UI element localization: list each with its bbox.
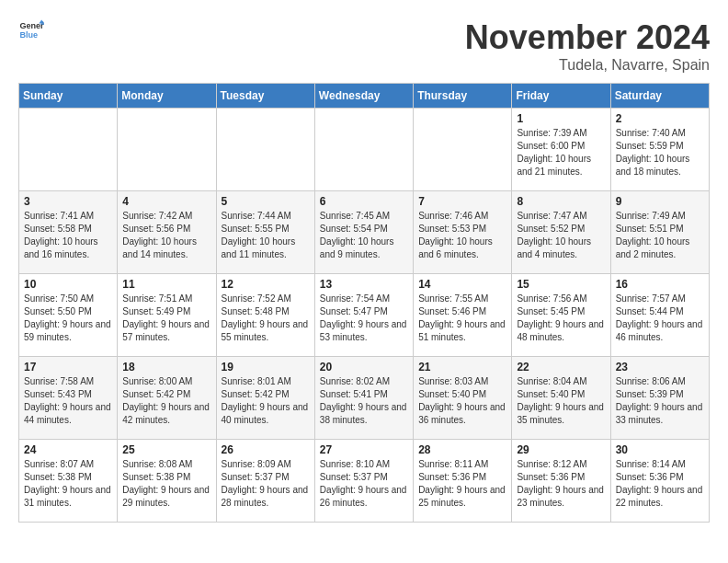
calendar-cell: 18Sunrise: 8:00 AM Sunset: 5:42 PM Dayli… (118, 357, 216, 440)
day-info: Sunrise: 8:01 AM Sunset: 5:42 PM Dayligh… (222, 375, 310, 427)
day-info: Sunrise: 8:08 AM Sunset: 5:38 PM Dayligh… (122, 458, 210, 510)
day-info: Sunrise: 7:39 AM Sunset: 6:00 PM Dayligh… (517, 127, 605, 178)
calendar-cell: 26Sunrise: 8:09 AM Sunset: 5:37 PM Dayli… (216, 440, 314, 523)
day-info: Sunrise: 7:47 AM Sunset: 5:52 PM Dayligh… (517, 210, 605, 261)
day-info: Sunrise: 7:57 AM Sunset: 5:44 PM Dayligh… (616, 293, 704, 344)
calendar-cell: 23Sunrise: 8:06 AM Sunset: 5:39 PM Dayli… (610, 357, 709, 440)
day-number: 4 (122, 195, 210, 208)
calendar-cell: 24Sunrise: 8:07 AM Sunset: 5:38 PM Dayli… (19, 440, 118, 523)
calendar-cell: 1Sunrise: 7:39 AM Sunset: 6:00 PM Daylig… (512, 109, 610, 191)
calendar-cell: 14Sunrise: 7:55 AM Sunset: 5:46 PM Dayli… (414, 274, 512, 357)
day-info: Sunrise: 7:58 AM Sunset: 5:43 PM Dayligh… (24, 375, 112, 427)
day-number: 13 (320, 278, 408, 291)
calendar-cell: 22Sunrise: 8:04 AM Sunset: 5:40 PM Dayli… (512, 357, 610, 440)
day-number: 12 (222, 278, 310, 291)
day-info: Sunrise: 7:44 AM Sunset: 5:55 PM Dayligh… (222, 210, 310, 261)
weekday-header-friday: Friday (512, 84, 610, 109)
day-number: 16 (616, 278, 704, 291)
weekday-header-monday: Monday (118, 84, 216, 109)
day-number: 5 (222, 195, 310, 208)
weekday-header-tuesday: Tuesday (216, 84, 314, 109)
day-number: 2 (616, 112, 704, 125)
day-info: Sunrise: 8:14 AM Sunset: 5:36 PM Dayligh… (616, 458, 704, 510)
day-info: Sunrise: 7:56 AM Sunset: 5:45 PM Dayligh… (517, 293, 605, 344)
day-number: 29 (517, 443, 605, 456)
day-info: Sunrise: 7:41 AM Sunset: 5:58 PM Dayligh… (24, 210, 112, 261)
day-number: 23 (616, 361, 704, 373)
day-info: Sunrise: 7:52 AM Sunset: 5:48 PM Dayligh… (222, 293, 310, 344)
calendar-cell: 20Sunrise: 8:02 AM Sunset: 5:41 PM Dayli… (314, 357, 413, 440)
day-number: 25 (122, 443, 210, 456)
weekday-header-sunday: Sunday (19, 84, 118, 109)
day-info: Sunrise: 8:12 AM Sunset: 5:36 PM Dayligh… (517, 458, 605, 510)
calendar-cell: 29Sunrise: 8:12 AM Sunset: 5:36 PM Dayli… (512, 440, 610, 523)
weekday-header-thursday: Thursday (414, 84, 512, 109)
day-info: Sunrise: 8:06 AM Sunset: 5:39 PM Dayligh… (616, 375, 704, 427)
calendar-cell: 11Sunrise: 7:51 AM Sunset: 5:49 PM Dayli… (118, 274, 216, 357)
calendar-cell (118, 109, 216, 191)
week-row-1: 1Sunrise: 7:39 AM Sunset: 6:00 PM Daylig… (19, 109, 710, 191)
calendar-cell: 16Sunrise: 7:57 AM Sunset: 5:44 PM Dayli… (610, 274, 709, 357)
weekday-header-wednesday: Wednesday (314, 84, 413, 109)
day-number: 19 (222, 361, 310, 373)
svg-text:Blue: Blue (19, 30, 38, 40)
weekday-header-saturday: Saturday (610, 84, 709, 109)
day-number: 10 (24, 278, 112, 291)
day-number: 8 (517, 195, 605, 208)
calendar-cell: 19Sunrise: 8:01 AM Sunset: 5:42 PM Dayli… (216, 357, 314, 440)
calendar-cell: 28Sunrise: 8:11 AM Sunset: 5:36 PM Dayli… (414, 440, 512, 523)
day-info: Sunrise: 7:42 AM Sunset: 5:56 PM Dayligh… (122, 210, 210, 261)
logo: General Blue (18, 18, 44, 44)
calendar-cell: 2Sunrise: 7:40 AM Sunset: 5:59 PM Daylig… (610, 109, 709, 191)
day-number: 27 (320, 443, 408, 456)
calendar-cell (314, 109, 413, 191)
day-info: Sunrise: 7:45 AM Sunset: 5:54 PM Dayligh… (320, 210, 408, 261)
day-info: Sunrise: 8:03 AM Sunset: 5:40 PM Dayligh… (418, 375, 506, 427)
weekday-header-row: SundayMondayTuesdayWednesdayThursdayFrid… (19, 84, 710, 109)
day-info: Sunrise: 7:40 AM Sunset: 5:59 PM Dayligh… (616, 127, 704, 178)
day-number: 14 (418, 278, 506, 291)
day-number: 17 (24, 361, 112, 373)
calendar-cell (216, 109, 314, 191)
calendar-cell: 21Sunrise: 8:03 AM Sunset: 5:40 PM Dayli… (414, 357, 512, 440)
week-row-5: 24Sunrise: 8:07 AM Sunset: 5:38 PM Dayli… (19, 440, 710, 523)
calendar-cell: 27Sunrise: 8:10 AM Sunset: 5:37 PM Dayli… (314, 440, 413, 523)
day-info: Sunrise: 8:11 AM Sunset: 5:36 PM Dayligh… (418, 458, 506, 510)
calendar-cell: 12Sunrise: 7:52 AM Sunset: 5:48 PM Dayli… (216, 274, 314, 357)
day-number: 3 (24, 195, 112, 208)
calendar-cell: 7Sunrise: 7:46 AM Sunset: 5:53 PM Daylig… (414, 191, 512, 274)
day-info: Sunrise: 8:02 AM Sunset: 5:41 PM Dayligh… (320, 375, 408, 427)
calendar-cell (414, 109, 512, 191)
day-info: Sunrise: 7:54 AM Sunset: 5:47 PM Dayligh… (320, 293, 408, 344)
calendar-table: SundayMondayTuesdayWednesdayThursdayFrid… (18, 83, 710, 523)
calendar-cell: 25Sunrise: 8:08 AM Sunset: 5:38 PM Dayli… (118, 440, 216, 523)
day-info: Sunrise: 8:10 AM Sunset: 5:37 PM Dayligh… (320, 458, 408, 510)
week-row-2: 3Sunrise: 7:41 AM Sunset: 5:58 PM Daylig… (19, 191, 710, 274)
day-info: Sunrise: 8:07 AM Sunset: 5:38 PM Dayligh… (24, 458, 112, 510)
calendar-cell: 30Sunrise: 8:14 AM Sunset: 5:36 PM Dayli… (610, 440, 709, 523)
header: General Blue November 2024 Tudela, Navar… (18, 18, 710, 74)
day-number: 11 (122, 278, 210, 291)
day-info: Sunrise: 7:49 AM Sunset: 5:51 PM Dayligh… (616, 210, 704, 261)
day-number: 7 (418, 195, 506, 208)
day-number: 22 (517, 361, 605, 373)
day-info: Sunrise: 7:55 AM Sunset: 5:46 PM Dayligh… (418, 293, 506, 344)
calendar-cell: 4Sunrise: 7:42 AM Sunset: 5:56 PM Daylig… (118, 191, 216, 274)
week-row-3: 10Sunrise: 7:50 AM Sunset: 5:50 PM Dayli… (19, 274, 710, 357)
day-number: 30 (616, 443, 704, 456)
month-title: November 2024 (465, 18, 710, 57)
calendar-cell: 3Sunrise: 7:41 AM Sunset: 5:58 PM Daylig… (19, 191, 118, 274)
day-info: Sunrise: 8:00 AM Sunset: 5:42 PM Dayligh… (122, 375, 210, 427)
day-number: 9 (616, 195, 704, 208)
day-info: Sunrise: 8:09 AM Sunset: 5:37 PM Dayligh… (222, 458, 310, 510)
day-number: 6 (320, 195, 408, 208)
title-area: November 2024 Tudela, Navarre, Spain (465, 18, 710, 74)
day-number: 15 (517, 278, 605, 291)
location: Tudela, Navarre, Spain (465, 57, 710, 74)
calendar-cell: 8Sunrise: 7:47 AM Sunset: 5:52 PM Daylig… (512, 191, 610, 274)
calendar-cell: 10Sunrise: 7:50 AM Sunset: 5:50 PM Dayli… (19, 274, 118, 357)
calendar-cell: 15Sunrise: 7:56 AM Sunset: 5:45 PM Dayli… (512, 274, 610, 357)
day-number: 21 (418, 361, 506, 373)
day-info: Sunrise: 8:04 AM Sunset: 5:40 PM Dayligh… (517, 375, 605, 427)
calendar-cell: 17Sunrise: 7:58 AM Sunset: 5:43 PM Dayli… (19, 357, 118, 440)
